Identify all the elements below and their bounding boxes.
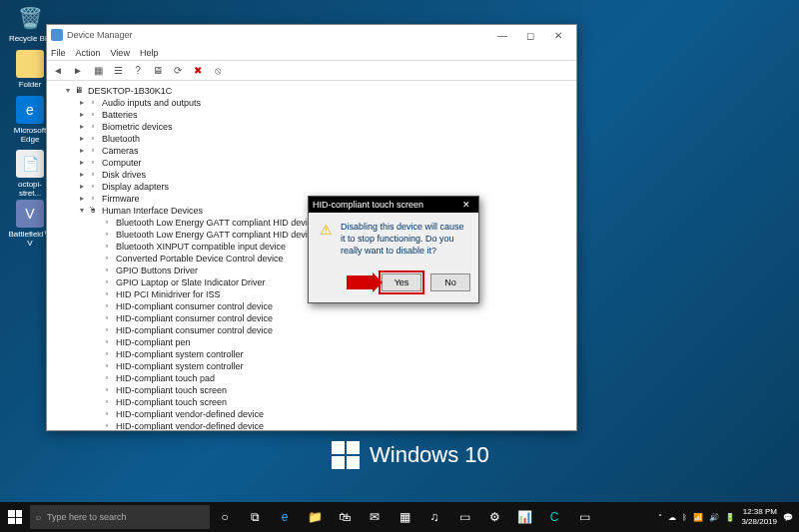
file-icon: 📄 [16, 150, 44, 178]
tree-category[interactable]: ▸▫Batteries [53, 109, 570, 121]
category-icon: ▫ [87, 182, 99, 192]
taskbar-mail[interactable]: ✉ [360, 502, 390, 532]
minimize-button[interactable]: — [488, 26, 516, 44]
windows-icon [332, 441, 360, 469]
tree-device[interactable]: ▫HID-compliant system controller [53, 360, 570, 372]
computer-icon: 🖥 [73, 86, 85, 96]
dialog-close-button[interactable]: ✕ [458, 200, 474, 210]
menu-action[interactable]: Action [76, 48, 101, 58]
tray-bluetooth-icon[interactable]: ᛒ [682, 513, 687, 522]
dialog-title: HID-compliant touch screen [313, 200, 423, 210]
disable-button[interactable]: ✖ [189, 63, 207, 79]
taskbar-app6[interactable]: C [539, 502, 569, 532]
search-box[interactable]: ⌕ Type here to search [30, 505, 210, 529]
notifications-icon[interactable]: 💬 [783, 513, 793, 522]
taskview-icon[interactable]: ⧉ [240, 502, 270, 532]
category-icon: ▫ [87, 194, 99, 204]
category-icon: ▫ [87, 134, 99, 144]
device-icon: ▫ [101, 337, 113, 347]
forward-button[interactable]: ► [69, 63, 87, 79]
no-button[interactable]: No [430, 273, 470, 291]
device-icon: ▫ [101, 385, 113, 395]
confirm-dialog: HID-compliant touch screen ✕ ⚠ Disabling… [308, 196, 479, 303]
taskbar-app7[interactable]: ▭ [569, 502, 599, 532]
back-button[interactable]: ◄ [49, 63, 67, 79]
clock[interactable]: 12:38 PM 3/28/2019 [741, 507, 777, 527]
device-icon: ▫ [101, 373, 113, 383]
titlebar[interactable]: Device Manager — ◻ ✕ [47, 25, 576, 45]
annotation-highlight: Yes [379, 270, 424, 294]
tree-device[interactable]: ▫HID-compliant vendor-defined device [53, 408, 570, 420]
tree-category[interactable]: ▸▫Computer [53, 157, 570, 169]
tree-device[interactable]: ▫HID-compliant vendor-defined device [53, 420, 570, 430]
device-icon: ▫ [101, 349, 113, 359]
category-icon: ▫ [87, 122, 99, 132]
edge-icon: e [16, 96, 44, 124]
cortana-icon[interactable]: ○ [210, 502, 240, 532]
device-icon: ▫ [101, 266, 113, 275]
device-icon: ▫ [101, 421, 113, 430]
warning-icon: ⚠ [317, 221, 335, 239]
taskbar-store[interactable]: 🛍 [330, 502, 360, 532]
hid-icon: 🖱 [87, 206, 99, 216]
game-icon: V [16, 200, 44, 228]
start-button[interactable] [0, 502, 30, 532]
category-icon: ▫ [87, 170, 99, 180]
tree-root[interactable]: ▾🖥DESKTOP-1B30K1C [53, 85, 570, 97]
toolbar: ◄ ► ▦ ☰ ? 🖥 ⟳ ✖ ⦸ [47, 61, 576, 81]
device-icon: ▫ [101, 409, 113, 419]
tray-up-icon[interactable]: ˄ [658, 513, 662, 522]
taskbar-edge[interactable]: e [270, 502, 300, 532]
yes-button[interactable]: Yes [382, 273, 421, 291]
taskbar-app3[interactable]: ▭ [449, 502, 479, 532]
help-button[interactable]: ? [129, 63, 147, 79]
tree-device[interactable]: ▫HID-compliant touch screen [53, 384, 570, 396]
category-icon: ▫ [87, 110, 99, 120]
system-tray[interactable]: ˄ ☁ ᛒ 📶 🔊 🔋 12:38 PM 3/28/2019 💬 [652, 507, 799, 527]
tree-category[interactable]: ▸▫Disk drives [53, 169, 570, 181]
tree-category[interactable]: ▸▫Audio inputs and outputs [53, 97, 570, 109]
menu-file[interactable]: File [51, 48, 66, 58]
menu-view[interactable]: View [111, 48, 130, 58]
tree-category[interactable]: ▸▫Biometric devices [53, 121, 570, 133]
menu-help[interactable]: Help [140, 48, 159, 58]
dialog-message: Disabling this device will cause it to s… [341, 221, 470, 257]
device-icon: ▫ [101, 230, 113, 240]
tree-category[interactable]: ▸▫Cameras [53, 145, 570, 157]
brand-text: Windows 10 [370, 442, 489, 468]
category-icon: ▫ [87, 158, 99, 168]
tree-category[interactable]: ▸▫Bluetooth [53, 133, 570, 145]
search-icon: ⌕ [36, 512, 41, 522]
tree-device[interactable]: ▫HID-compliant touch screen [53, 396, 570, 408]
tree-device[interactable]: ▫HID-compliant consumer control device [53, 324, 570, 336]
tree-category[interactable]: ▸▫Display adapters [53, 181, 570, 193]
device-icon: ▫ [101, 325, 113, 335]
folder-icon [16, 50, 44, 78]
tray-wifi-icon[interactable]: 📶 [693, 513, 703, 522]
app-icon [51, 29, 63, 41]
maximize-button[interactable]: ◻ [516, 26, 544, 44]
tray-volume-icon[interactable]: 🔊 [709, 513, 719, 522]
close-button[interactable]: ✕ [544, 26, 572, 44]
device-icon: ▫ [101, 361, 113, 371]
device-icon: ▫ [101, 242, 113, 252]
device-icon: ▫ [101, 301, 113, 311]
taskbar-app2[interactable]: ♫ [419, 502, 449, 532]
tray-battery-icon[interactable]: 🔋 [725, 513, 735, 522]
uninstall-button[interactable]: ⦸ [209, 63, 227, 79]
tray-cloud-icon[interactable]: ☁ [668, 513, 676, 522]
tree-device[interactable]: ▫HID-compliant touch pad [53, 372, 570, 384]
properties-button[interactable]: ☰ [109, 63, 127, 79]
tree-device[interactable]: ▫HID-compliant consumer control device [53, 312, 570, 324]
scan-button[interactable]: 🖥 [149, 63, 167, 79]
taskbar-app1[interactable]: ▦ [390, 502, 419, 532]
show-hidden-button[interactable]: ▦ [89, 63, 107, 79]
update-button[interactable]: ⟳ [169, 63, 187, 79]
taskbar-app5[interactable]: 📊 [509, 502, 539, 532]
dialog-titlebar[interactable]: HID-compliant touch screen ✕ [309, 197, 478, 213]
device-icon: ▫ [101, 397, 113, 407]
taskbar-explorer[interactable]: 📁 [300, 502, 330, 532]
tree-device[interactable]: ▫HID-compliant pen [53, 336, 570, 348]
tree-device[interactable]: ▫HID-compliant system controller [53, 348, 570, 360]
taskbar-app4[interactable]: ⚙ [479, 502, 509, 532]
